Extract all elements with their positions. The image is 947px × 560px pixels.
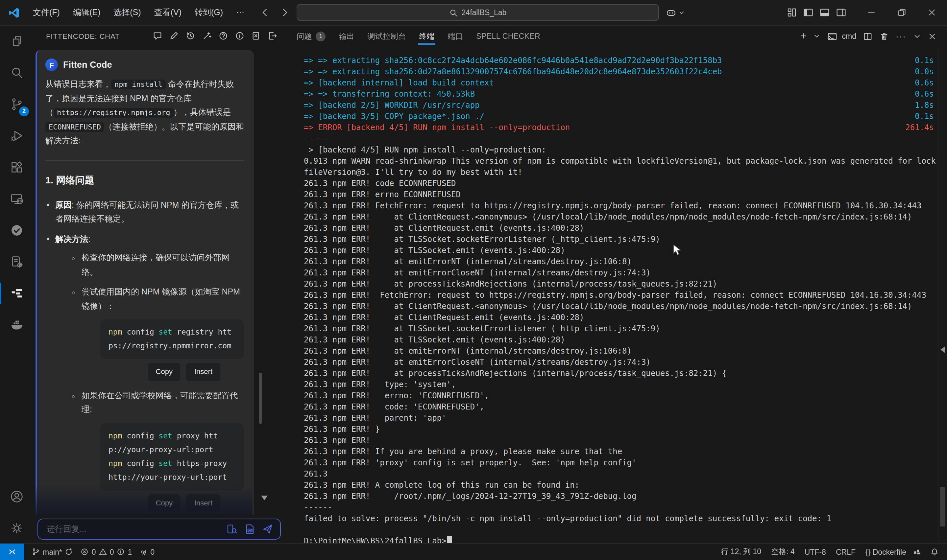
terminal-line: 261.3 npm ERR! at processTicksAndRejecti… [304, 279, 934, 290]
insert-button[interactable]: Insert [186, 494, 220, 512]
copy-button[interactable]: Copy [148, 494, 180, 512]
ports-status[interactable]: 0 [139, 548, 154, 556]
language-mode[interactable]: {} Dockerfile [865, 548, 906, 556]
eol-selector[interactable]: CRLF [836, 548, 856, 556]
terminal-text: 261.3 npm ERR! A complete log of this ru… [304, 480, 579, 490]
extension-blocks-icon[interactable] [913, 547, 922, 556]
sidebar-item-docker[interactable] [0, 309, 33, 340]
terminal-text: ------ [304, 134, 333, 143]
toggle-secondary-sidebar-icon[interactable] [836, 7, 846, 18]
radio-tower-icon [139, 548, 148, 556]
terminal-line: 261.3 npm ERR! at TLSSocket.emit (events… [304, 335, 934, 346]
sidebar-item-search[interactable] [0, 57, 33, 88]
send-icon[interactable] [262, 524, 273, 534]
scroll-down-indicator[interactable] [261, 495, 268, 500]
code-token: set [159, 431, 172, 440]
terminal-list-item-cmd[interactable]: cmd [828, 31, 856, 41]
attach-image-icon[interactable] [245, 524, 255, 534]
minimize-icon [867, 8, 876, 17]
encoding[interactable]: UTF-8 [805, 548, 826, 556]
insert-button[interactable]: Insert [186, 363, 220, 381]
toggle-panel-icon[interactable] [819, 7, 830, 18]
minimize-button[interactable] [856, 0, 887, 25]
settings-button[interactable] [0, 512, 33, 543]
terminal-text: 0.913 npm WARN read-shrinkwrap This vers… [304, 157, 936, 166]
magic-wand-icon[interactable] [202, 31, 212, 41]
copy-button[interactable]: Copy [148, 363, 180, 381]
copilot-menu[interactable] [665, 7, 685, 18]
dropdown-chevron-icon[interactable] [813, 32, 821, 40]
panel-tab[interactable]: 终端 [415, 25, 439, 47]
chat-scrollbar[interactable] [259, 373, 262, 424]
sidebar-item-extensions[interactable] [0, 151, 33, 183]
menu-item[interactable]: 查看(V) [148, 4, 188, 21]
remote-indicator[interactable] [0, 543, 24, 560]
kill-terminal-icon[interactable] [879, 31, 889, 41]
sidebar-item-source-control[interactable]: 2 [0, 88, 33, 120]
bell-icon[interactable] [930, 547, 939, 556]
sidebar-item-container-tools[interactable] [0, 246, 33, 277]
terminal-text: 261.3 npm ERR! at emitErrorCloseNT (inte… [304, 268, 651, 277]
terminal-line: 261.3 npm ERR! at ClientRequest.emit (ev… [304, 223, 934, 234]
maximize-button[interactable] [887, 0, 917, 25]
history-icon[interactable] [185, 31, 195, 41]
help-icon[interactable] [218, 31, 228, 41]
terminal-text: 261.3 npm ERR! } [304, 425, 380, 434]
sidebar-item-run-debug[interactable] [0, 120, 33, 151]
open-in-editor-icon[interactable] [268, 31, 277, 41]
accounts-button[interactable] [0, 480, 33, 512]
menu-item[interactable]: 选择(S) [107, 4, 147, 21]
sidebar-item-testing[interactable] [0, 214, 33, 246]
reference-search-icon[interactable] [227, 524, 237, 534]
panel-chevron-icon[interactable] [913, 32, 921, 40]
command-center-search[interactable]: 24fallBS_Lab [297, 4, 659, 21]
menu-item[interactable]: 转到(G) [188, 4, 229, 21]
terminal-scrollbar-thumb[interactable] [940, 487, 945, 526]
close-panel-icon[interactable] [928, 32, 936, 40]
panel-tab[interactable]: 问题1 [292, 25, 331, 47]
terminal-line: => [backend 2/5] WORKDIR /usr/src/app1.8… [304, 100, 934, 111]
terminal-output[interactable]: => => extracting sha256:0c8cc2f24a4dcb64… [304, 55, 934, 547]
problems-status[interactable]: 0 0 1 [80, 548, 132, 556]
sync-icon [65, 548, 73, 556]
cursor-position[interactable]: 行 12, 列 10 [721, 547, 761, 557]
close-window-button[interactable] [917, 0, 947, 25]
chevron-down-icon [678, 9, 685, 16]
error-count: 0 [92, 548, 96, 556]
indent-setting[interactable]: 空格: 4 [771, 547, 795, 557]
menu-item[interactable]: ··· [229, 4, 251, 21]
info-icon[interactable] [235, 31, 245, 41]
sidebar-item-remote-explorer[interactable] [0, 183, 33, 214]
code-actions: Copy Insert [100, 494, 220, 512]
terminal-line: 261.3 npm ERR! /root/.npm/_logs/2024-12-… [304, 491, 934, 502]
branch-status[interactable]: main* [32, 548, 73, 556]
panel-tab[interactable]: 端口 [443, 25, 468, 47]
customize-layout-icon[interactable] [787, 7, 797, 18]
menu-item[interactable]: 编辑(E) [66, 4, 107, 21]
split-terminal-icon[interactable] [863, 31, 873, 41]
branch-icon [32, 548, 40, 556]
back-arrow-icon[interactable] [260, 7, 270, 18]
terminal-line: 261.3 npm ERR! A complete log of this ru… [304, 480, 934, 491]
explorer-icon [9, 33, 24, 48]
scroll-left-indicator[interactable] [941, 346, 945, 353]
discard-file-icon[interactable] [251, 31, 261, 41]
menu-item[interactable]: 文件(F) [26, 4, 66, 21]
code-line: npm config set proxy http://your-proxy-u… [108, 429, 236, 457]
terminal-text: 261.3 npm ERR! parent: 'app' [304, 414, 447, 423]
forward-arrow-icon[interactable] [280, 7, 290, 18]
edit-icon[interactable] [169, 31, 179, 41]
more-actions-icon[interactable]: ··· [896, 31, 906, 41]
new-terminal-icon[interactable]: + [800, 32, 807, 41]
chat-reply-input[interactable] [45, 524, 227, 534]
panel-tab[interactable]: SPELL CHECKER [471, 25, 545, 47]
toggle-sidebar-icon[interactable] [803, 7, 813, 18]
sidebar-item-fitten-code[interactable] [0, 277, 33, 309]
panel-tab[interactable]: 输出 [334, 25, 359, 47]
sidebar-item-explorer[interactable] [0, 25, 33, 57]
comment-icon[interactable] [152, 31, 162, 41]
sidebar-toolbar [152, 31, 277, 41]
panel-tab[interactable]: 调试控制台 [363, 25, 411, 47]
code-token: config [122, 431, 159, 440]
terminal-text: 261.3 npm ERR! errno: 'ECONNREFUSED', [304, 391, 489, 400]
